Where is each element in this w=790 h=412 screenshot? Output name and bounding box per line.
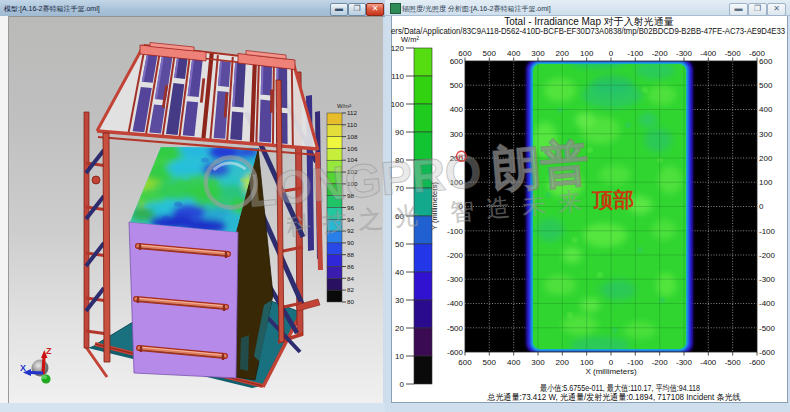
svg-text:40: 40 xyxy=(395,268,404,277)
svg-text:104: 104 xyxy=(347,156,358,163)
svg-text:-200: -200 xyxy=(652,49,669,58)
svg-text:-100: -100 xyxy=(447,227,464,236)
svg-text:-500: -500 xyxy=(725,49,742,58)
svg-text:200: 200 xyxy=(556,49,570,58)
svg-text:110: 110 xyxy=(391,72,404,81)
svg-text:-300: -300 xyxy=(676,49,693,58)
svg-text:80: 80 xyxy=(395,156,404,165)
svg-text:-400: -400 xyxy=(700,358,717,367)
svg-text:0: 0 xyxy=(609,49,614,58)
svg-text:400: 400 xyxy=(507,49,521,58)
svg-text:600: 600 xyxy=(458,358,472,367)
svg-text:60: 60 xyxy=(395,212,404,221)
svg-text:500: 500 xyxy=(483,358,497,367)
svg-text:200: 200 xyxy=(759,154,773,163)
svg-text:500: 500 xyxy=(483,49,497,58)
svg-text:-600: -600 xyxy=(447,348,464,357)
svg-text:102: 102 xyxy=(347,168,358,175)
svg-text:70: 70 xyxy=(395,184,404,193)
svg-text:300: 300 xyxy=(531,358,545,367)
svg-text:100: 100 xyxy=(450,178,464,187)
svg-text:100: 100 xyxy=(759,178,773,187)
svg-text:总光通量:73.412 W, 光通量/发射光通量:0.189: 总光通量:73.412 W, 光通量/发射光通量:0.1894, 717108 … xyxy=(487,392,741,402)
svg-text:100: 100 xyxy=(391,100,405,109)
svg-text:50: 50 xyxy=(395,240,404,249)
svg-text:W/m²: W/m² xyxy=(401,35,419,44)
svg-text:-400: -400 xyxy=(759,299,776,308)
svg-text:ers/Data/Application/83C9A118-: ers/Data/Application/83C9A118-D562-410D-… xyxy=(391,26,785,36)
svg-text:300: 300 xyxy=(531,49,545,58)
svg-text:-100: -100 xyxy=(759,227,776,236)
svg-text:84: 84 xyxy=(347,275,354,282)
svg-text:X (millimeters): X (millimeters) xyxy=(585,367,636,376)
svg-text:0: 0 xyxy=(400,380,405,389)
svg-text:90: 90 xyxy=(347,239,354,246)
svg-text:200: 200 xyxy=(450,154,464,163)
svg-text:110: 110 xyxy=(347,121,357,128)
svg-text:400: 400 xyxy=(450,105,464,114)
svg-text:0: 0 xyxy=(759,202,764,211)
svg-text:30: 30 xyxy=(395,296,404,305)
svg-text:100: 100 xyxy=(347,180,358,187)
svg-text:200: 200 xyxy=(556,358,570,367)
svg-text:Y (millimeters): Y (millimeters) xyxy=(430,182,439,230)
svg-text:300: 300 xyxy=(450,130,464,139)
svg-text:-500: -500 xyxy=(759,324,776,333)
svg-text:顶部: 顶部 xyxy=(591,188,634,211)
svg-text:96: 96 xyxy=(347,204,354,211)
svg-text:500: 500 xyxy=(450,81,464,90)
svg-text:90: 90 xyxy=(395,128,404,137)
svg-text:600: 600 xyxy=(759,57,773,66)
svg-text:100: 100 xyxy=(580,49,594,58)
svg-text:88: 88 xyxy=(347,251,354,258)
svg-text:-200: -200 xyxy=(652,358,669,367)
svg-text:400: 400 xyxy=(759,105,773,114)
svg-text:-300: -300 xyxy=(447,275,464,284)
svg-text:86: 86 xyxy=(347,263,354,270)
svg-text:-400: -400 xyxy=(700,49,717,58)
svg-text:108: 108 xyxy=(347,133,358,140)
svg-text:94: 94 xyxy=(347,216,354,223)
svg-text:0: 0 xyxy=(459,202,464,211)
svg-text:-600: -600 xyxy=(759,348,776,357)
svg-text:600: 600 xyxy=(450,57,464,66)
svg-text:0: 0 xyxy=(609,358,614,367)
svg-text:112: 112 xyxy=(347,109,357,116)
svg-text:400: 400 xyxy=(507,358,521,367)
svg-text:-400: -400 xyxy=(447,299,464,308)
svg-text:-600: -600 xyxy=(749,358,766,367)
svg-text:106: 106 xyxy=(347,145,358,152)
svg-text:98: 98 xyxy=(347,192,354,199)
svg-text:W/m²: W/m² xyxy=(337,103,351,109)
svg-text:-300: -300 xyxy=(676,358,693,367)
svg-text:500: 500 xyxy=(759,81,773,90)
svg-text:120: 120 xyxy=(391,44,405,53)
svg-text:20: 20 xyxy=(395,324,404,333)
svg-text:-200: -200 xyxy=(447,251,464,260)
svg-text:-500: -500 xyxy=(447,324,464,333)
svg-text:Z: Z xyxy=(46,346,52,356)
svg-text:100: 100 xyxy=(580,358,594,367)
svg-text:82: 82 xyxy=(347,286,354,293)
svg-text:-200: -200 xyxy=(759,251,776,260)
svg-text:92: 92 xyxy=(347,227,354,234)
svg-text:-500: -500 xyxy=(725,358,742,367)
svg-text:-300: -300 xyxy=(759,275,776,284)
svg-text:300: 300 xyxy=(759,130,773,139)
svg-text:-100: -100 xyxy=(627,49,644,58)
svg-text:80: 80 xyxy=(347,298,354,305)
svg-text:10: 10 xyxy=(395,352,404,361)
svg-text:-100: -100 xyxy=(627,358,644,367)
svg-text:X: X xyxy=(20,363,26,373)
